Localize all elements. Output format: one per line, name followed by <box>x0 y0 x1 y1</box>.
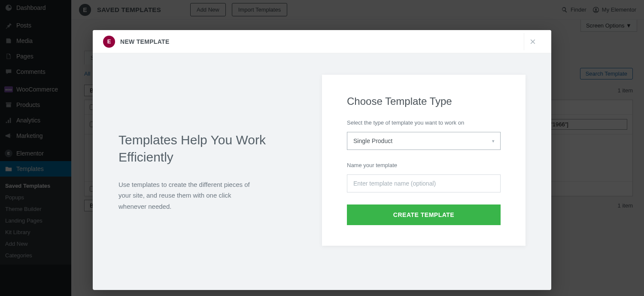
modal-form-panel: Choose Template Type Select the type of … <box>322 75 526 246</box>
modal-info-panel: Templates Help You Work Efficiently Use … <box>118 75 296 269</box>
modal-title: NEW TEMPLATE <box>120 38 170 45</box>
modal-description: Use templates to create the different pi… <box>118 179 256 212</box>
elementor-modal-logo-icon: E <box>103 36 115 48</box>
modal-header: E NEW TEMPLATE <box>93 30 551 53</box>
create-template-button[interactable]: CREATE TEMPLATE <box>347 204 501 225</box>
template-name-input[interactable] <box>347 174 501 192</box>
close-icon <box>529 38 536 45</box>
template-type-select[interactable]: Single Product <box>347 132 501 150</box>
modal-body: Templates Help You Work Efficiently Use … <box>93 53 551 290</box>
modal-close-button[interactable] <box>524 33 541 50</box>
template-type-label: Select the type of template you want to … <box>347 119 501 126</box>
modal-headline: Templates Help You Work Efficiently <box>118 131 288 166</box>
form-heading: Choose Template Type <box>347 95 501 107</box>
template-name-label: Name your template <box>347 162 501 168</box>
new-template-modal: E NEW TEMPLATE Templates Help You Work E… <box>93 30 551 290</box>
